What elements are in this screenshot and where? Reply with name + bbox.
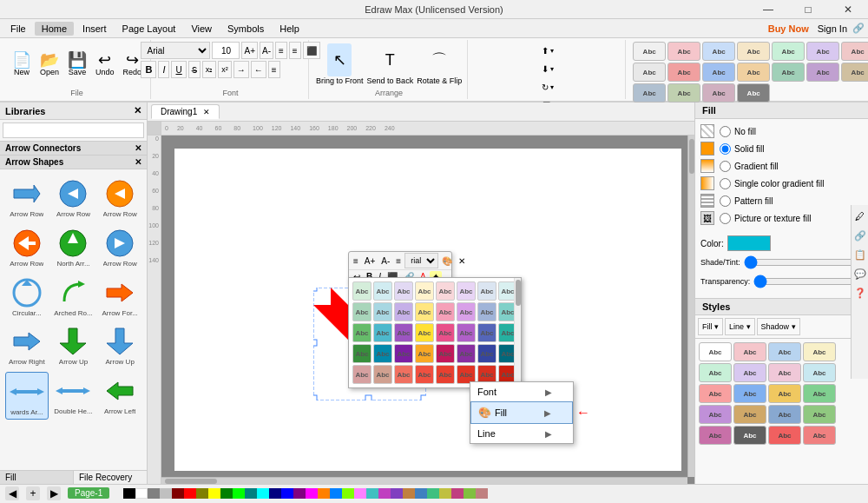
style-swatch-13[interactable]: Abc: [806, 63, 839, 82]
style-swatch-2[interactable]: Abc: [667, 42, 700, 61]
sc-11[interactable]: Abc: [803, 384, 836, 403]
superscript-btn[interactable]: x²: [218, 61, 232, 78]
menu-insert[interactable]: Insert: [76, 22, 114, 36]
bc-chartreuse[interactable]: [342, 488, 354, 499]
list-item[interactable]: Arrow Row: [52, 175, 95, 221]
bc-steelblue[interactable]: [415, 488, 427, 499]
style-swatch-17[interactable]: Abc: [702, 83, 735, 103]
style-swatch-1[interactable]: Abc: [633, 42, 666, 61]
next-page-btn[interactable]: ▶: [47, 486, 61, 500]
sc-6[interactable]: Abc: [768, 363, 801, 382]
palette-cell[interactable]: Abc: [352, 365, 372, 384]
share-icon[interactable]: 🔗: [852, 23, 865, 34]
list-item[interactable]: Arrow For...: [98, 274, 141, 320]
list-item[interactable]: Arrow Row: [5, 175, 49, 221]
bc-black[interactable]: [123, 488, 135, 499]
pattern-radio[interactable]: [720, 195, 731, 207]
canvas-body[interactable]: ≡ A+ A- ≡ rial 🎨 ✕ ↩ B I: [161, 136, 694, 484]
palette-cell[interactable]: Abc: [352, 344, 372, 363]
styles-shadow-btn[interactable]: Shadow ▾: [757, 318, 800, 335]
bc-rosybrown[interactable]: [476, 488, 488, 499]
arrow-shapes-close[interactable]: ✕: [135, 157, 141, 167]
sc-19[interactable]: Abc: [803, 426, 836, 445]
maximize-btn[interactable]: □: [788, 0, 828, 19]
bc-purple[interactable]: [293, 488, 306, 499]
palette-cell[interactable]: Abc: [477, 281, 496, 301]
indent-btn[interactable]: →: [233, 61, 249, 78]
close-btn[interactable]: ✕: [828, 0, 868, 19]
sc-18[interactable]: Abc: [768, 426, 801, 445]
send-arrow[interactable]: ▾: [550, 65, 554, 73]
ctx-font[interactable]: Font ▶: [470, 382, 573, 401]
sc-7[interactable]: Abc: [803, 363, 836, 382]
buy-now-link[interactable]: Buy Now: [768, 23, 809, 34]
transparency-slider[interactable]: [753, 277, 865, 286]
sc-1[interactable]: Abc: [733, 342, 766, 361]
add-page-btn[interactable]: +: [26, 486, 40, 500]
minimize-btn[interactable]: —: [748, 0, 788, 19]
bc-olive[interactable]: [196, 488, 208, 499]
panel-icon-0[interactable]: 🖊: [852, 208, 868, 224]
bc-tan[interactable]: [403, 488, 415, 499]
palette-cell[interactable]: Abc: [415, 302, 434, 321]
list-item[interactable]: Circular...: [5, 274, 49, 320]
sc-4[interactable]: Abc: [699, 363, 732, 382]
font-size-input[interactable]: [212, 42, 240, 59]
style-swatch-3[interactable]: Abc: [702, 42, 735, 61]
subscript-btn[interactable]: x₂: [202, 61, 217, 78]
bring-arrow[interactable]: ▾: [550, 47, 554, 55]
v-scroll-thumb[interactable]: [689, 139, 694, 174]
fill-pattern[interactable]: Pattern fill: [700, 194, 863, 208]
style-swatch-5[interactable]: Abc: [772, 42, 805, 61]
bc-khaki[interactable]: [439, 488, 451, 499]
palette-cell[interactable]: Abc: [457, 344, 476, 363]
ctx-fill[interactable]: 🎨 Fill ▶ ←: [470, 401, 573, 424]
bc-teal[interactable]: [245, 488, 257, 499]
palette-cell[interactable]: Abc: [477, 302, 496, 321]
sc-2[interactable]: Abc: [768, 342, 801, 361]
list-item[interactable]: Arrow Left: [98, 372, 141, 420]
bc-skyblue[interactable]: [330, 488, 342, 499]
style-swatch-7[interactable]: Abc: [841, 42, 868, 61]
arrow-connectors-close[interactable]: ✕: [135, 143, 141, 153]
style-swatch-8[interactable]: Abc: [633, 63, 666, 82]
style-swatch-6[interactable]: Abc: [806, 42, 839, 61]
sc-15[interactable]: Abc: [803, 405, 836, 424]
style-swatch-11[interactable]: Abc: [737, 63, 770, 82]
palette-cell[interactable]: Abc: [477, 323, 496, 342]
palette-cell[interactable]: Abc: [352, 281, 372, 301]
ctx-line[interactable]: Line ▶: [470, 424, 573, 443]
sign-in-link[interactable]: Sign In: [818, 23, 847, 34]
bc-medteal[interactable]: [366, 488, 378, 499]
h-scroll-thumb[interactable]: [165, 479, 217, 484]
palette-cell[interactable]: Abc: [352, 302, 372, 321]
strikethrough-btn[interactable]: S̶: [188, 61, 201, 78]
sc-13[interactable]: Abc: [733, 405, 766, 424]
bc-blue[interactable]: [281, 488, 293, 499]
list-item[interactable]: Arrow Row: [5, 224, 49, 270]
list-item[interactable]: wards Ar...: [5, 372, 49, 420]
solid-fill-radio[interactable]: [720, 143, 731, 155]
sc-14[interactable]: Abc: [768, 405, 801, 424]
list-item[interactable]: Arrow Up: [98, 322, 141, 368]
sidebar-close-btn[interactable]: ✕: [134, 105, 141, 116]
fill-single-gradient[interactable]: Single color gradient fill: [700, 176, 863, 190]
fill-tab[interactable]: Fill: [0, 471, 74, 484]
palette-cell[interactable]: Abc: [477, 344, 496, 363]
font-size-down-btn[interactable]: A-: [260, 42, 273, 59]
list-item[interactable]: Double He...: [52, 372, 95, 420]
palette-cell[interactable]: Abc: [394, 281, 413, 301]
undo-btn[interactable]: ↩ Undo: [92, 42, 118, 87]
text-btn[interactable]: T: [378, 43, 402, 76]
bc-orange[interactable]: [318, 488, 330, 499]
palette-scroll-thumb[interactable]: [516, 280, 521, 306]
underline-btn[interactable]: U: [171, 61, 186, 78]
style-swatch-10[interactable]: Abc: [702, 63, 735, 82]
sc-5[interactable]: Abc: [733, 363, 766, 382]
bc-crimson[interactable]: [451, 488, 464, 499]
bc-maroon[interactable]: [172, 488, 184, 499]
sc-10[interactable]: Abc: [768, 384, 801, 403]
picture-radio[interactable]: [720, 213, 731, 224]
fill-gradient[interactable]: Gradient fill: [700, 159, 863, 173]
palette-cell[interactable]: Abc: [373, 302, 392, 321]
